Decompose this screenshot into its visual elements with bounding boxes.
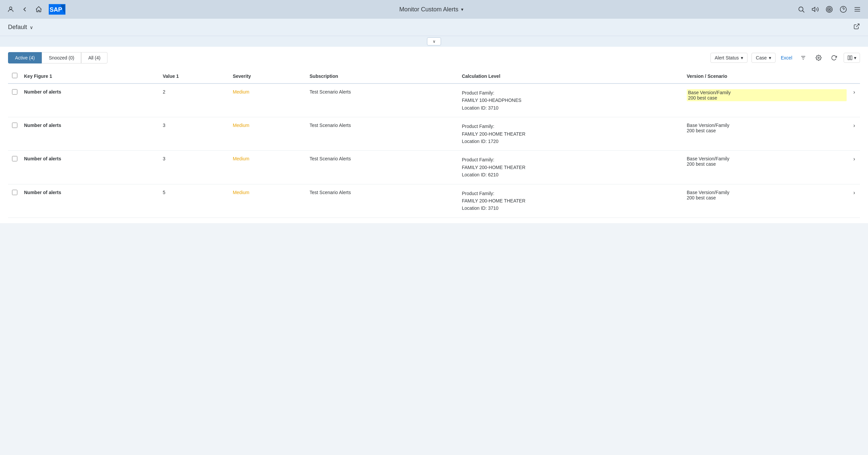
- svg-point-5: [799, 7, 803, 11]
- header-calc-level: Calculation Level: [459, 69, 684, 84]
- calc-level-cell: Product Family: FAMILY 200-HOME THEATER …: [459, 117, 684, 151]
- header-severity: Severity: [230, 69, 307, 84]
- collapse-button[interactable]: ∨: [427, 37, 441, 46]
- back-icon[interactable]: [21, 5, 29, 13]
- menu-icon[interactable]: [853, 5, 861, 13]
- user-icon[interactable]: [7, 5, 15, 13]
- row-nav-cell[interactable]: ›: [849, 84, 860, 117]
- svg-text:SAP: SAP: [50, 6, 62, 13]
- version-value: Base Version/Family200 best case: [687, 122, 847, 133]
- row-checkbox[interactable]: [12, 122, 18, 128]
- severity-cell: Medium: [230, 117, 307, 151]
- version-content: Base Version/Family200 best case: [687, 122, 847, 133]
- subscription-value: Test Scenario Alerts: [309, 122, 351, 128]
- row-nav-arrow-icon[interactable]: ›: [852, 122, 856, 128]
- row-nav-arrow-icon[interactable]: ›: [852, 156, 856, 162]
- row-nav-cell[interactable]: ›: [849, 117, 860, 151]
- main-content: Active (4) Snoozed (0) All (4) Alert Sta…: [0, 47, 868, 223]
- tab-all[interactable]: All (4): [81, 52, 107, 63]
- calc-level-cell: Product Family: FAMILY 200-HOME THEATER …: [459, 151, 684, 184]
- refresh-icon-button[interactable]: [828, 52, 840, 63]
- alert-status-label: Alert Status: [715, 55, 739, 60]
- megaphone-icon[interactable]: [811, 5, 819, 13]
- calc-line2: FAMILY 200-HOME THEATER: [462, 165, 525, 170]
- table-row: Number of alerts2MediumTest Scenario Ale…: [8, 84, 860, 117]
- row-checkbox-cell: [8, 84, 21, 117]
- calc-level-cell: Product Family: FAMILY 200-HOME THEATER …: [459, 184, 684, 218]
- target-icon[interactable]: [825, 5, 833, 13]
- table-row: Number of alerts5MediumTest Scenario Ale…: [8, 184, 860, 218]
- toolbar: Active (4) Snoozed (0) All (4) Alert Sta…: [8, 52, 860, 63]
- tab-group: Active (4) Snoozed (0) All (4): [8, 52, 107, 63]
- home-icon[interactable]: [35, 5, 43, 13]
- tab-active[interactable]: Active (4): [8, 52, 42, 63]
- calc-line1: Product Family:: [462, 90, 494, 95]
- calc-line1: Product Family:: [462, 157, 494, 162]
- case-chevron-icon: ▾: [769, 55, 771, 60]
- value-cell: 2: [160, 84, 230, 117]
- svg-point-0: [9, 7, 12, 9]
- version-cell: Base Version/Family200 best case: [684, 151, 849, 184]
- row-nav-cell[interactable]: ›: [849, 151, 860, 184]
- sap-logo: SAP: [49, 4, 65, 15]
- search-icon[interactable]: [797, 5, 805, 13]
- value-number: 2: [163, 89, 165, 94]
- severity-cell: Medium: [230, 151, 307, 184]
- title-chevron-icon[interactable]: ▾: [461, 7, 463, 12]
- row-checkbox-cell: [8, 117, 21, 151]
- svg-point-20: [818, 57, 819, 59]
- settings-icon-button[interactable]: [813, 52, 824, 63]
- key-figure-cell: Number of alerts: [21, 184, 160, 218]
- header-value: Value 1: [160, 69, 230, 84]
- calc-line1: Product Family:: [462, 191, 494, 196]
- svg-line-6: [803, 11, 804, 12]
- filter-icon-button[interactable]: [798, 52, 809, 63]
- tab-snoozed[interactable]: Snoozed (0): [42, 52, 81, 63]
- external-link-icon[interactable]: [853, 23, 860, 31]
- svg-point-10: [829, 9, 830, 10]
- row-checkbox[interactable]: [12, 156, 18, 161]
- toolbar-right: Alert Status ▾ Case ▾ Excel: [710, 52, 860, 63]
- subscription-cell: Test Scenario Alerts: [307, 117, 459, 151]
- calc-line3: Location ID: 1720: [462, 139, 498, 144]
- version-cell: Base Version/Family200 best case: [684, 117, 849, 151]
- calc-level-value: Product Family: FAMILY 100-HEADPHONES Lo…: [462, 89, 681, 112]
- svg-line-16: [856, 24, 859, 27]
- page-title-nav: Monitor Custom Alerts ▾: [399, 6, 463, 13]
- table-row: Number of alerts3MediumTest Scenario Ale…: [8, 151, 860, 184]
- alerts-table: Key Figure 1 Value 1 Severity Subscripti…: [8, 69, 860, 218]
- version-content: Base Version/Family200 best case: [687, 190, 847, 200]
- collapse-chevron-icon: ∨: [433, 39, 436, 44]
- subscription-value: Test Scenario Alerts: [309, 190, 351, 195]
- key-figure-value: Number of alerts: [24, 122, 61, 128]
- columns-button[interactable]: ▾: [844, 53, 860, 63]
- row-nav-cell[interactable]: ›: [849, 184, 860, 218]
- calc-line3: Location ID: 6210: [462, 172, 498, 177]
- alert-status-button[interactable]: Alert Status ▾: [710, 53, 747, 63]
- case-button[interactable]: Case ▾: [751, 53, 776, 63]
- header-key-figure: Key Figure 1: [21, 69, 160, 84]
- row-checkbox[interactable]: [12, 190, 18, 195]
- collapse-handle: ∨: [0, 36, 868, 47]
- svg-point-11: [840, 6, 846, 12]
- svg-point-8: [826, 6, 832, 12]
- workspace-chevron-icon[interactable]: ∨: [30, 25, 33, 30]
- row-nav-arrow-icon[interactable]: ›: [852, 190, 856, 195]
- calc-line2: FAMILY 100-HEADPHONES: [462, 97, 521, 103]
- row-checkbox[interactable]: [12, 89, 18, 94]
- excel-button[interactable]: Excel: [779, 53, 794, 62]
- svg-point-9: [828, 8, 831, 11]
- severity-value: Medium: [233, 190, 249, 195]
- row-nav-arrow-icon[interactable]: ›: [852, 89, 856, 95]
- nav-right: [797, 5, 861, 13]
- value-cell: 3: [160, 151, 230, 184]
- key-figure-cell: Number of alerts: [21, 84, 160, 117]
- header-select: [8, 69, 21, 84]
- row-checkbox-cell: [8, 184, 21, 218]
- top-navigation: SAP Monitor Custom Alerts ▾: [0, 0, 868, 19]
- workspace-title: Default ∨: [8, 24, 33, 31]
- help-icon[interactable]: [839, 5, 847, 13]
- nav-left: SAP: [7, 4, 65, 15]
- key-figure-value: Number of alerts: [24, 89, 61, 94]
- select-all-checkbox[interactable]: [12, 73, 18, 78]
